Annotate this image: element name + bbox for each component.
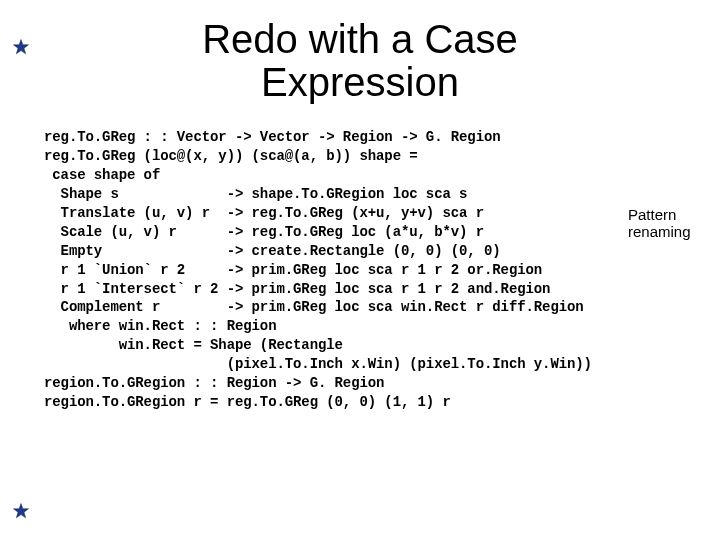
- bullet-star-icon: [12, 38, 30, 56]
- svg-marker-0: [14, 40, 29, 54]
- annotation-label: Pattern renaming: [628, 207, 691, 240]
- bullet-star-icon: [12, 502, 30, 520]
- code-snippet: reg.To.GReg : : Vector -> Vector -> Regi…: [44, 128, 720, 411]
- title-line-1: Redo with a Case: [202, 17, 518, 61]
- annotation-line-2: renaming: [628, 223, 691, 240]
- svg-marker-1: [14, 504, 29, 518]
- title-line-2: Expression: [261, 60, 459, 104]
- annotation-line-1: Pattern: [628, 206, 676, 223]
- page-title: Redo with a Case Expression: [0, 18, 720, 104]
